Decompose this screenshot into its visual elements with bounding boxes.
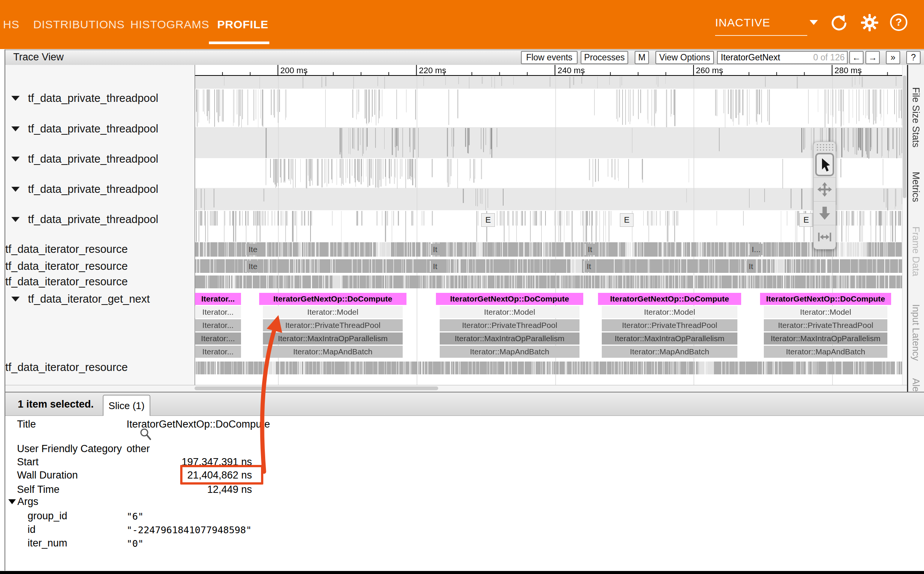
slice-sub-g3[interactable]: Iterator::MaxIntraOpParallelism (602, 333, 737, 345)
collapse-icon (11, 157, 20, 161)
slice-docompute-g1[interactable]: IteratorGetNextOp::DoCompute (259, 293, 407, 305)
slice-sub-g2[interactable]: Iterator::MaxIntraOpParallelism (440, 333, 579, 345)
track-label-text: tf_data_private_threadpool (28, 183, 158, 196)
search-input[interactable] (718, 52, 808, 63)
args-expander[interactable]: Args (8, 496, 38, 508)
next-match-button[interactable]: → (865, 51, 880, 64)
track-label-text: tf_data_iterator_resource (5, 276, 128, 288)
slice-sub-g0[interactable]: Iterator... (195, 319, 241, 331)
event-marker[interactable]: E (620, 213, 633, 227)
resource-slice-label[interactable]: Ite (245, 261, 259, 272)
resource-slice-label[interactable]: Ite (245, 244, 259, 255)
track-label-tf_data_private_threadpool-1[interactable]: tf_data_private_threadpool (11, 123, 158, 135)
collapse-icon (11, 296, 20, 301)
prev-match-button[interactable]: ← (849, 51, 864, 64)
slice-sub-g1[interactable]: Iterator::MaxIntraOpParallelism (263, 333, 403, 345)
slice-sub-g4[interactable]: Iterator::MapAndBatch (764, 346, 888, 358)
track-label-tf_data_private_threadpool-4[interactable]: tf_data_private_threadpool (11, 213, 158, 226)
slice-sub-g0[interactable]: Iterator... (195, 306, 241, 318)
resource-slice-label[interactable]: It (584, 261, 593, 272)
slice-sub-g2[interactable]: Iterator::PrivateThreadPool (440, 319, 579, 331)
track-label-text: tf_data_private_threadpool (28, 123, 158, 135)
window-bottom-edge (0, 571, 924, 574)
refresh-button[interactable] (829, 14, 848, 32)
wall-duration-highlight (180, 465, 263, 484)
select-tool-button[interactable] (815, 153, 834, 176)
slice-sub-g2[interactable]: Iterator::MapAndBatch (440, 346, 579, 358)
search-box: 0 of 126 (717, 51, 848, 64)
arg-key: iter_num (28, 538, 67, 549)
track-label-tf_data_private_threadpool-2[interactable]: tf_data_private_threadpool (11, 153, 158, 165)
slice-sub-g4[interactable]: Iterator::MaxIntraOpParallelism (764, 333, 888, 345)
track-label-tf_data_private_threadpool-3[interactable]: tf_data_private_threadpool (11, 183, 158, 196)
m-button[interactable]: M (634, 51, 649, 64)
flow-events-button[interactable]: Flow events (521, 51, 578, 64)
slice-sub-g1[interactable]: Iterator::PrivateThreadPool (263, 319, 403, 331)
sidebar-tab-input-latency: Input Latency (910, 304, 921, 361)
more-button[interactable]: » (886, 51, 900, 64)
resource-slice-label[interactable]: I... (749, 244, 763, 255)
track-label-tf_data_iterator_resource-5: tf_data_iterator_resource (5, 243, 128, 255)
h-scrollbar-thumb[interactable] (195, 386, 438, 390)
slice-sub-g4[interactable]: Iterator::Model (764, 306, 888, 318)
right-sidebar: File Size StatsMetricsFrame DataInput La… (908, 65, 924, 392)
collapse-icon (11, 96, 20, 101)
slice-sub-g3[interactable]: Iterator::PrivateThreadPool (602, 319, 737, 331)
args-label: Args (17, 496, 38, 508)
active-tab-underline (209, 41, 269, 44)
track-label-text: tf_data_iterator_resource (5, 243, 128, 255)
v-scrollbar-thumb[interactable] (903, 76, 906, 198)
slice-docompute-g0[interactable]: Iterator... (195, 293, 241, 305)
nav-tab-histograms[interactable]: HISTOGRAMS (130, 0, 209, 49)
arrow-down-icon (816, 205, 833, 222)
magnifier-icon[interactable] (140, 428, 152, 443)
slice-sub-g0[interactable]: Iterator... (195, 346, 241, 358)
arg-key: id (28, 524, 35, 536)
sidebar-tab-frame-data: Frame Data (910, 226, 921, 276)
help-button[interactable]: ? (890, 14, 908, 32)
selection-status: 1 item selected. (18, 399, 94, 410)
slice-sub-g1[interactable]: Iterator::Model (263, 306, 403, 318)
run-selector[interactable]: INACTIVE (715, 11, 813, 34)
top-navbar: HSDISTRIBUTIONSHISTOGRAMSPROFILE INACTIV… (0, 0, 924, 49)
track-label-text: tf_data_iterator_resource (5, 361, 128, 374)
slice-sub-g4[interactable]: Iterator::PrivateThreadPool (764, 319, 888, 331)
resource-slice-label[interactable]: It (746, 261, 756, 272)
view-options-button[interactable]: View Options (655, 51, 714, 64)
slice-sub-g2[interactable]: Iterator::Model (440, 306, 579, 318)
slice-docompute-g4[interactable]: IteratorGetNextOp::DoCompute (760, 293, 891, 305)
settings-button[interactable] (861, 14, 879, 32)
drag-handle[interactable] (816, 144, 833, 152)
resource-slice-label[interactable]: It (430, 244, 440, 255)
zoom-tool-button[interactable] (814, 201, 835, 225)
cursor-icon (817, 156, 832, 173)
processes-button[interactable]: Processes (581, 51, 628, 64)
resource-slice-label[interactable]: It (585, 244, 595, 255)
event-marker[interactable]: E (481, 213, 495, 227)
track-label-tf_data_private_threadpool-0[interactable]: tf_data_private_threadpool (11, 92, 158, 104)
track-label-tf_data_iterator_get_next-8[interactable]: tf_data_iterator_get_next (11, 293, 150, 305)
sidebar-tab-file-size-stats[interactable]: File Size Stats (910, 87, 921, 148)
pan-tool-button[interactable] (814, 177, 835, 201)
slice-sub-g1[interactable]: Iterator::MapAndBatch (263, 346, 403, 358)
timing-tool-button[interactable] (814, 225, 835, 249)
nav-tab-hs[interactable]: HS (3, 0, 19, 49)
slice-docompute-g3[interactable]: IteratorGetNextOp::DoCompute (598, 293, 741, 305)
tensorboard-app: HSDISTRIBUTIONSHISTOGRAMSPROFILE INACTIV… (0, 0, 924, 574)
axis-tick-label: 280 ms (834, 66, 862, 76)
sidebar-tab-metrics[interactable]: Metrics (910, 172, 921, 202)
h-scrollbar[interactable] (5, 385, 907, 392)
resource-slice-label[interactable]: It (430, 261, 440, 272)
track-label-text: tf_data_private_threadpool (28, 92, 158, 104)
nav-tab-distributions[interactable]: DISTRIBUTIONS (33, 0, 125, 49)
track-label-tf_data_iterator_resource-6: tf_data_iterator_resource (5, 260, 128, 273)
slice-sub-g0[interactable]: Iterator:... (195, 333, 241, 345)
track-label-text: tf_data_private_threadpool (28, 213, 158, 226)
slice-sub-g3[interactable]: Iterator::MapAndBatch (602, 346, 737, 358)
slice-docompute-g2[interactable]: IteratorGetNextOp::DoCompute (436, 293, 583, 305)
slice-sub-g3[interactable]: Iterator::Model (602, 306, 737, 318)
detail-label: Title (17, 418, 36, 430)
event-marker[interactable]: E (799, 213, 813, 227)
slice-tab[interactable]: Slice (1) (103, 395, 150, 416)
shortcuts-help-button[interactable]: ? (906, 51, 921, 64)
